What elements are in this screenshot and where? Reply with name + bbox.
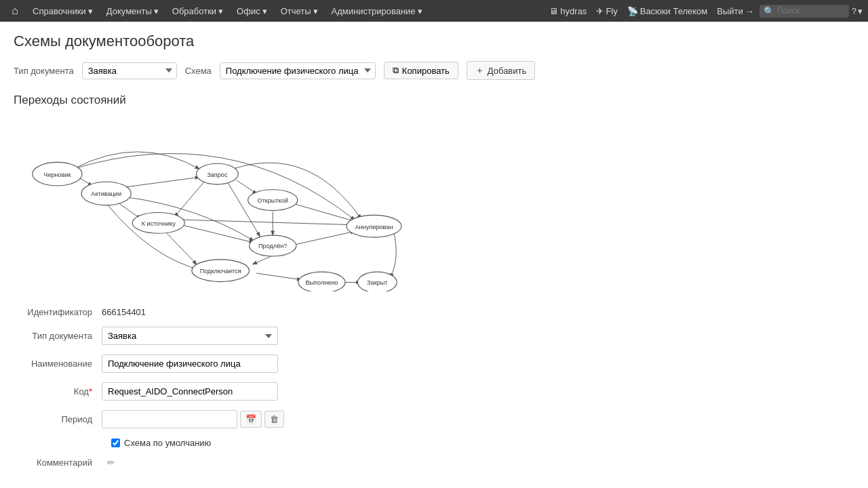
add-icon: ＋ <box>475 64 484 77</box>
svg-line-6 <box>292 203 355 222</box>
period-input-group: 📅 🗑 <box>102 410 284 428</box>
period-clear-button[interactable]: 🗑 <box>264 411 284 428</box>
comment-label: Комментарий <box>14 458 102 468</box>
form-code-label: Код* <box>14 386 102 396</box>
user-group: 🖥 hydras ✈ Fly 📡 Васюки Телеком Выйти → <box>547 5 756 18</box>
name-row: Наименование <box>14 354 854 373</box>
svg-line-5 <box>180 220 355 225</box>
svg-line-3 <box>116 201 140 218</box>
diagram-section: Переходы состояний <box>14 94 854 293</box>
calendar-icon: 📅 <box>245 414 256 424</box>
period-row: Период 📅 🗑 <box>14 410 854 428</box>
nav-item-references[interactable]: Справочники ▾ <box>27 3 98 19</box>
state-diagram: Черновик Активации Запрос Открыткой К ис… <box>14 115 434 291</box>
svg-line-2 <box>237 180 256 193</box>
nav-item-processing[interactable]: Обработки ▾ <box>167 3 229 19</box>
copy-icon: ⧉ <box>393 65 399 76</box>
nav-hydras[interactable]: 🖥 hydras <box>547 5 589 18</box>
svg-text:Продлён?: Продлён? <box>258 243 287 249</box>
svg-text:Выполнено: Выполнено <box>305 279 338 286</box>
search-icon: 🔍 <box>764 6 774 16</box>
period-calendar-button[interactable]: 📅 <box>240 411 262 428</box>
comment-row: Комментарий ✏ <box>14 458 854 468</box>
svg-text:Черновик: Черновик <box>43 171 71 178</box>
nav-item-documents[interactable]: Документы ▾ <box>101 3 164 19</box>
page-title: Схемы документооборота <box>14 33 854 50</box>
default-schema-label[interactable]: Схема по умолчанию <box>111 438 211 448</box>
doc-type-row: Тип документа Заявка <box>14 327 854 345</box>
svg-text:К источнику: К источнику <box>142 220 176 227</box>
svg-text:Закрыт: Закрыт <box>367 279 388 286</box>
svg-line-14 <box>165 231 196 264</box>
svg-text:Подключается: Подключается <box>200 268 241 274</box>
nav-company[interactable]: 📡 Васюки Телеком <box>625 5 711 18</box>
trash-icon: 🗑 <box>270 414 279 424</box>
home-button[interactable]: ⌂ <box>5 1 24 20</box>
diagram-title: Переходы состояний <box>14 94 854 107</box>
svg-line-1 <box>126 177 199 186</box>
form-doc-type-select[interactable]: Заявка <box>102 327 278 345</box>
schema-select[interactable]: Подключение физического лица <box>220 62 376 79</box>
default-schema-row: Схема по умолчанию <box>14 438 854 448</box>
nav-logout[interactable]: Выйти → <box>714 5 757 18</box>
svg-text:Запрос: Запрос <box>207 171 228 178</box>
form-doc-type-label: Тип документа <box>14 331 102 341</box>
comment-edit-icon[interactable]: ✏ <box>107 458 115 468</box>
svg-text:Аннулирован: Аннулирован <box>355 224 393 230</box>
search-input[interactable] <box>777 6 845 16</box>
svg-line-7 <box>296 231 355 244</box>
help-button[interactable]: ? ▾ <box>852 6 863 16</box>
copy-button[interactable]: ⧉ Копировать <box>384 62 458 79</box>
code-row: Код* <box>14 382 854 401</box>
nav-item-reports[interactable]: Отчеты ▾ <box>275 3 323 19</box>
form-code-input[interactable] <box>102 382 278 401</box>
svg-text:Открыткой: Открыткой <box>258 197 288 204</box>
svg-line-9 <box>256 273 300 280</box>
svg-line-4 <box>181 225 253 243</box>
toolbar: Тип документа Заявка Схема Подключение ф… <box>14 61 854 80</box>
svg-line-13 <box>228 182 260 236</box>
doc-type-select[interactable]: Заявка <box>82 62 177 79</box>
form-section: Идентификатор 666154401 Тип документа За… <box>14 307 854 468</box>
form-period-label: Период <box>14 414 102 424</box>
search-box[interactable]: 🔍 <box>760 5 849 18</box>
nav-fly[interactable]: ✈ Fly <box>593 5 620 18</box>
nav-item-office[interactable]: Офис ▾ <box>231 3 273 19</box>
nav-item-admin[interactable]: Администрирование ▾ <box>326 3 428 19</box>
default-schema-checkbox[interactable] <box>111 439 120 447</box>
doc-type-label: Тип документа <box>14 66 74 76</box>
svg-text:Активации: Активации <box>91 190 121 197</box>
add-button[interactable]: ＋ Добавить <box>467 61 535 80</box>
page-content: Схемы документооборота Тип документа Зая… <box>0 22 868 488</box>
checkbox-wrapper: Схема по умолчанию <box>111 438 211 448</box>
schema-label: Схема <box>185 66 212 76</box>
id-label: Идентификатор <box>14 307 102 317</box>
form-name-input[interactable] <box>102 354 278 373</box>
form-name-label: Наименование <box>14 359 102 369</box>
navbar: ⌂ Справочники ▾ Документы ▾ Обработки ▾ … <box>0 0 868 22</box>
form-doc-type-wrap: Заявка <box>102 327 278 345</box>
id-value: 666154401 <box>102 307 146 317</box>
svg-line-8 <box>253 256 273 264</box>
period-input[interactable] <box>102 410 237 428</box>
id-row: Идентификатор 666154401 <box>14 307 854 317</box>
